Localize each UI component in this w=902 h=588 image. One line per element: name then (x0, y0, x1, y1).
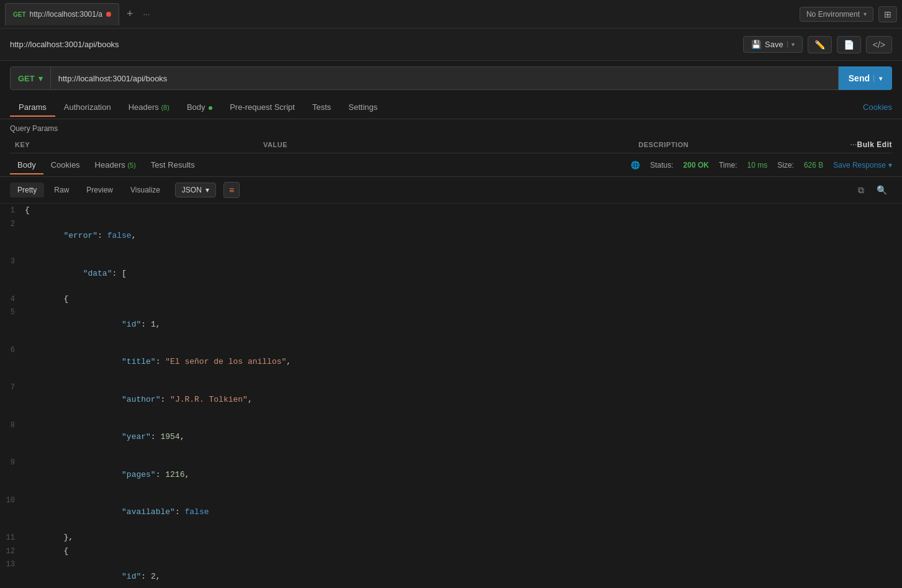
code-line: 12 { (0, 545, 902, 558)
code-line: 5 "id": 1, (0, 305, 902, 343)
status-label: Status: (650, 161, 673, 170)
tab-url: http://localhost:3001/a (30, 10, 102, 19)
resp-tab-body[interactable]: Body (10, 155, 43, 174)
tab-tests[interactable]: Tests (304, 97, 340, 117)
col-key-header: KEY (10, 141, 258, 148)
headers-count-badge: (8) (161, 104, 169, 111)
code-line: 6 "title": "El señor de los anillos", (0, 343, 902, 381)
url-bar: http://localhost:3001/api/books 💾 Save ▾… (0, 29, 902, 61)
active-tab[interactable]: GET http://localhost:3001/a (5, 3, 119, 25)
col-value-header: VALUE (258, 141, 633, 148)
tab-method: GET (13, 11, 26, 18)
document-icon[interactable]: 📄 (837, 36, 861, 53)
tab-headers[interactable]: Headers (8) (120, 97, 178, 117)
col-description-header: DESCRIPTION (633, 141, 819, 148)
save-label: Save (765, 40, 783, 49)
copy-icon[interactable]: ⧉ (853, 183, 869, 198)
code-line: 9 "pages": 1216, (0, 456, 902, 494)
environment-settings-icon[interactable]: ⊞ (878, 6, 897, 22)
resp-tab-cookies[interactable]: Cookies (43, 155, 88, 174)
send-dropdown-icon[interactable]: ▾ (873, 75, 882, 82)
code-line: 10 "available": false (0, 494, 902, 531)
tab-pre-request-script[interactable]: Pre-request Script (221, 97, 304, 117)
search-icon[interactable]: 🔍 (872, 183, 892, 198)
response-tabs: Body Cookies Headers (5) Test Results 🌐 … (0, 153, 902, 177)
request-row: GET ▾ Send ▾ (0, 61, 902, 96)
size-label: Size: (777, 161, 794, 170)
send-button[interactable]: Send ▾ (839, 66, 892, 90)
chevron-down-icon: ▾ (864, 11, 867, 17)
tab-settings[interactable]: Settings (340, 97, 386, 117)
globe-icon: 🌐 (631, 161, 640, 170)
edit-icon[interactable]: ✏️ (808, 36, 832, 53)
ftab-raw[interactable]: Raw (47, 183, 76, 197)
code-line: 13 "id": 2, (0, 558, 902, 588)
code-line: 1 { (0, 204, 902, 217)
code-line: 11 }, (0, 531, 902, 545)
url-actions: 💾 Save ▾ ✏️ 📄 </> (743, 36, 892, 53)
filter-icon[interactable]: ≡ (223, 182, 240, 198)
code-icon[interactable]: </> (866, 36, 892, 53)
more-tabs-button[interactable]: ··· (138, 7, 155, 21)
save-response-button[interactable]: Save Response ▾ (833, 161, 892, 170)
ftab-visualize[interactable]: Visualize (123, 183, 168, 197)
env-label: No Environment (806, 10, 860, 19)
resp-tab-headers[interactable]: Headers (5) (88, 155, 143, 174)
format-value: JSON (182, 186, 202, 194)
method-selector[interactable]: GET ▾ (10, 66, 51, 90)
format-chevron-icon: ▾ (205, 186, 209, 194)
code-line: 8 "year": 1954, (0, 418, 902, 456)
query-params-label: Query Params (10, 124, 892, 133)
tab-unsaved-dot (106, 12, 111, 17)
format-selector[interactable]: JSON ▾ (175, 183, 216, 197)
response-area: Body Cookies Headers (5) Test Results 🌐 … (0, 153, 902, 588)
size-value: 626 B (804, 161, 823, 170)
ftab-pretty[interactable]: Pretty (10, 183, 44, 197)
code-area[interactable]: 1 { 2 "error": false, 3 "data": [ 4 { 5 (0, 204, 902, 588)
resp-status-bar: 🌐 Status: 200 OK Time: 10 ms Size: 626 B… (631, 161, 892, 170)
method-label: GET (18, 74, 35, 83)
breadcrumb: http://localhost:3001/api/books (10, 40, 743, 49)
tab-authorization[interactable]: Authorization (55, 97, 120, 117)
code-line: 7 "author": "J.R.R. Tolkien", (0, 381, 902, 418)
request-tabs: Params Authorization Headers (8) Body Pr… (0, 96, 902, 119)
status-value: 200 OK (683, 161, 709, 170)
top-bar: GET http://localhost:3001/a + ··· No Env… (0, 0, 902, 29)
ftab-preview[interactable]: Preview (79, 183, 120, 197)
code-line: 3 "data": [ (0, 255, 902, 292)
format-tabs: Pretty Raw Preview Visualize JSON ▾ ≡ ⧉ … (0, 177, 902, 204)
cookies-link[interactable]: Cookies (863, 102, 892, 112)
tab-params[interactable]: Params (10, 97, 55, 117)
time-value: 10 ms (747, 161, 768, 170)
save-dropdown-icon[interactable]: ▾ (787, 41, 795, 48)
body-active-dot (209, 106, 212, 110)
new-tab-button[interactable]: + (122, 5, 138, 23)
resp-tab-test-results[interactable]: Test Results (143, 155, 202, 174)
code-line: 2 "error": false, (0, 217, 902, 255)
query-params-section: Query Params KEY VALUE DESCRIPTION ··· B… (0, 119, 902, 153)
save-icon: 💾 (751, 40, 761, 49)
send-label: Send (849, 73, 870, 83)
environment-selector[interactable]: No Environment ▾ (800, 7, 873, 22)
url-input[interactable] (51, 66, 839, 90)
resp-headers-count: (5) (127, 161, 135, 169)
save-button[interactable]: 💾 Save ▾ (743, 36, 803, 53)
method-chevron-icon: ▾ (38, 74, 43, 83)
tab-body[interactable]: Body (178, 97, 221, 117)
col-actions-header: ··· (819, 141, 857, 148)
params-table-header: KEY VALUE DESCRIPTION ··· Bulk Edit (10, 137, 892, 153)
time-label: Time: (719, 161, 737, 170)
save-response-chevron-icon: ▾ (888, 161, 892, 170)
bulk-edit-button[interactable]: Bulk Edit (857, 140, 892, 149)
top-right-actions: No Environment ▾ ⊞ (800, 6, 897, 22)
code-line: 4 { (0, 292, 902, 306)
